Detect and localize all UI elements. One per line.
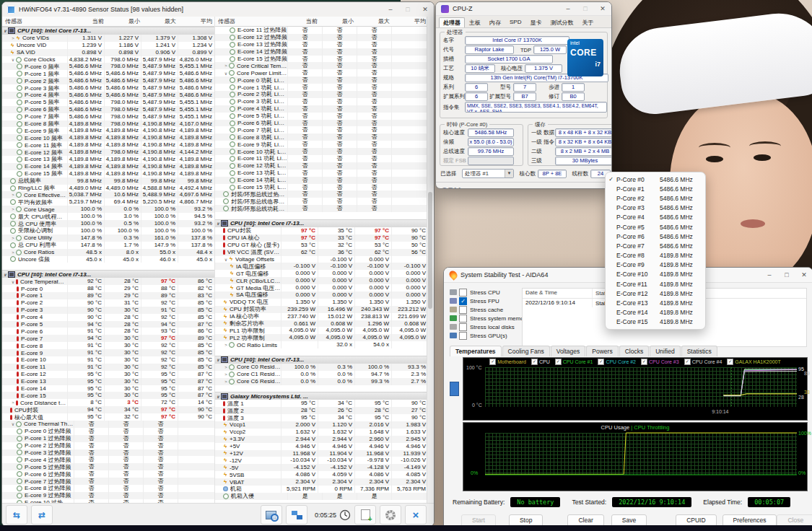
- sensor-row[interactable]: P-core 4 功耗 Limit Exc...否否否: [215, 105, 428, 113]
- datetime-column-header[interactable]: Date & Time: [523, 289, 593, 298]
- sensor-row[interactable]: E-core 8 频率4,189.8 MHz798.0 MHz4,190.8 M…: [2, 120, 214, 128]
- sensor-row[interactable]: ϟIA 核心功率237.740 W15.012 W238.813 W221.69…: [215, 313, 428, 320]
- sensor-row[interactable]: Uncore 倍频45.0 x45.0 x46.0 x45.0 x: [2, 256, 214, 263]
- sensor-row[interactable]: ∨Galaxy Microsystems Ltd. ...: [215, 392, 428, 400]
- sensor-row[interactable]: ∨Core Temperatures92 °C28 °C97 °C86 °C: [2, 278, 214, 285]
- core-menu-item[interactable]: E-Core #104189.8 MHz: [606, 270, 705, 279]
- sensor-row[interactable]: P-core 0 过热降频否否否: [2, 428, 214, 435]
- expand-arrow[interactable]: >: [10, 250, 16, 255]
- sensor-row[interactable]: P-core 794 °C30 °C97 °C89 °C: [2, 335, 214, 342]
- sensor-row[interactable]: E-core 12 过热降频否否否: [215, 34, 428, 41]
- merge-columns-button[interactable]: ⇄: [31, 505, 53, 525]
- sensor-row[interactable]: ∨CPU [#0]: Intel Core i7-13...: [215, 219, 428, 227]
- sensor-row[interactable]: E-core 9 过热降频否否否: [2, 492, 214, 499]
- sensor-row[interactable]: >Core Ratios48.5 x8.0 x55.0 x48.4 x: [2, 249, 214, 256]
- sensor-row[interactable]: ∨CPU [#0]: Intel Core i7-13...: [2, 27, 214, 35]
- legend-checkbox[interactable]: ✓: [727, 359, 733, 365]
- sensor-row[interactable]: >ϟCore VIDs1.311 V1.227 V1.379 V1.308 V: [2, 35, 214, 42]
- core-menu-item[interactable]: P-Core #35486.6 MHz: [606, 203, 705, 213]
- core-menu-item[interactable]: ✓P-Core #05486.6 MHz: [606, 175, 705, 184]
- tab-显卡[interactable]: 显卡: [525, 17, 546, 27]
- tab-SPD[interactable]: SPD: [505, 17, 525, 27]
- sensor-row[interactable]: E-core 1091 °C30 °C92 °C85 °C: [2, 356, 214, 364]
- sensor-row[interactable]: P-core 2 频率5,486.6 MHz5,486.6 MHz5,487.9…: [2, 77, 214, 84]
- sensor-row[interactable]: ∨Core Power Limit Exce...否否否: [215, 69, 428, 76]
- sensor-row[interactable]: E-core 13 功耗 Limit Ex...否否否: [215, 170, 428, 177]
- expand-arrow[interactable]: >: [10, 207, 16, 211]
- maximize-button[interactable]: □: [399, 3, 416, 16]
- column-header-avg[interactable]: 平均: [392, 17, 428, 25]
- sensor-row[interactable]: ϟVccp21.632 V1.632 V1.648 V1.633 V: [215, 429, 428, 436]
- sensor-row[interactable]: E-core 1395 °C30 °C95 °C87 °C: [2, 378, 214, 385]
- legend-checkbox[interactable]: ✓: [641, 359, 647, 365]
- scrollbar-thumb[interactable]: [428, 192, 432, 309]
- sensor-row[interactable]: >OC Ratio Limits32.0 x54.0 x: [215, 341, 428, 348]
- expand-arrow[interactable]: >: [10, 36, 16, 40]
- stress-checkbox[interactable]: [459, 332, 467, 340]
- expand-arrow[interactable]: >: [10, 193, 16, 197]
- sensor-row[interactable]: E-core 14 功耗 Limit Ex...否否否: [215, 177, 428, 184]
- sensor-row[interactable]: 机箱入侵是是是: [215, 493, 428, 500]
- sensor-row[interactable]: P-core 6 频率5,486.6 MHz798.0 MHz5,487.9 M…: [2, 106, 214, 113]
- sensor-row[interactable]: ϟ5VSB4.086 V4.059 V4.086 V4.085 V: [215, 471, 428, 478]
- sensor-row[interactable]: P-core 088 °C29 °C88 °C82 °C: [2, 285, 214, 292]
- legend-item[interactable]: ✓CPU Core #2: [598, 359, 636, 365]
- sensor-row[interactable]: ϟ剩余芯片功率0.661 W0.608 W1.296 W0.608 W: [215, 320, 428, 328]
- tab-测试分数[interactable]: 测试分数: [546, 17, 577, 27]
- close-sensors-button[interactable]: ×: [405, 505, 427, 525]
- minimize-button[interactable]: –: [761, 268, 778, 281]
- sensor-row[interactable]: 温度 195 °C34 °C95 °C90 °C: [215, 400, 428, 407]
- sensor-row[interactable]: ϟSA VID0.898 V0.898 V0.906 V0.899 V: [2, 49, 214, 56]
- sensor-row[interactable]: [215, 348, 428, 356]
- legend-item[interactable]: ✓CPU Core #1: [555, 359, 593, 365]
- close-button[interactable]: ✕: [795, 268, 812, 281]
- sensor-row[interactable]: E-core 15 过热降频否否否: [215, 56, 428, 63]
- sensor-row[interactable]: ϟVDDQ TX 电压1.350 V1.350 V1.350 V1.350 V: [215, 299, 428, 306]
- sensor-row[interactable]: E-core 10 频率4,189.8 MHz4,189.8 MHz4,190.…: [2, 134, 214, 141]
- sensor-row[interactable]: E-core 1295 °C30 °C95 °C87 °C: [2, 371, 214, 378]
- sensor-row[interactable]: [215, 212, 428, 219]
- sensor-row[interactable]: P-core 0 功耗 Limit Exc...否否否: [215, 76, 428, 84]
- sensor-row[interactable]: P-core 5 功耗 Limit Exc...否否否: [215, 113, 428, 120]
- sensor-row[interactable]: P-core 7 过热降频否否否: [2, 478, 214, 485]
- hwinfo-titlebar[interactable]: HWiNFO64 v7.31-4890 Sensor Status [98 va…: [2, 2, 434, 17]
- sensor-row[interactable]: P-core 7 频率5,486.6 MHz798.0 MHz5,487.9 M…: [2, 113, 214, 120]
- vertical-scrollbar[interactable]: [427, 17, 434, 504]
- sensor-row[interactable]: 受限核心调制100.0 %100.0 %100.0 %100.0 %: [2, 227, 214, 234]
- expand-arrow[interactable]: >: [223, 379, 229, 384]
- sensor-row[interactable]: E-core 8 过热降频否否否: [2, 485, 214, 492]
- sensor-row[interactable]: P-core 6 过热降频否否否: [2, 470, 214, 478]
- sensor-table-header[interactable]: 传感器 当前 最小 最大 平均: [2, 17, 214, 27]
- sensor-row[interactable]: E-core 15 频率4,189.8 MHz4,189.8 MHz4,190.…: [2, 170, 214, 177]
- column-header-max[interactable]: 最大: [142, 17, 178, 25]
- sensor-row[interactable]: P-core 691 °C28 °C93 °C86 °C: [2, 328, 214, 335]
- sensor-row[interactable]: ∨ϟVoltage Offsets-0.100 V0.000 V: [215, 256, 428, 263]
- sensor-row[interactable]: E-core 9 频率4,189.8 MHz4,189.8 MHz4,190.8…: [2, 127, 214, 134]
- column-header-min[interactable]: 最小: [320, 17, 356, 25]
- sensor-row[interactable]: P-core 490 °C28 °C92 °C85 °C: [2, 314, 214, 321]
- sensor-row[interactable]: [2, 263, 214, 270]
- sensor-row[interactable]: >Core Usage100.0 %0.0 %100.0 %93.2 %: [2, 206, 214, 213]
- core-menu-item[interactable]: E-Core #134189.8 MHz: [606, 298, 705, 307]
- legend-checkbox[interactable]: ✓: [598, 359, 604, 365]
- sensor-row[interactable]: E-core 14 频率4,189.8 MHz4,189.8 MHz4,190.…: [2, 163, 214, 170]
- legend-checkbox[interactable]: ✓: [531, 359, 538, 365]
- close-button[interactable]: ✕: [416, 3, 434, 16]
- sensor-row[interactable]: 总 CPU 利用率147.8 %1.7 %147.9 %137.8 %: [2, 242, 214, 249]
- sensor-row[interactable]: P-core 5 过热降频否否否: [2, 463, 214, 470]
- sensor-row[interactable]: 温度 228 °C26 °C28 °C27 °C: [215, 407, 428, 414]
- sensor-row[interactable]: ϟPL1 功率限制4,095.0 W4,095.0 W4,095.0 W4,09…: [215, 327, 428, 334]
- sensor-row[interactable]: P-core 4 过热降频否否否: [2, 456, 214, 463]
- expand-arrow[interactable]: ∨: [223, 257, 229, 262]
- tab-关于[interactable]: 关于: [577, 17, 598, 27]
- sensor-row[interactable]: P-core 3 频率5,486.6 MHz5,486.6 MHz5,487.9…: [2, 84, 214, 92]
- sensor-row[interactable]: CPU GT 核心 (显卡)53 °C32 °C53 °C50 °C: [215, 242, 428, 249]
- sensor-table-header[interactable]: 传感器 当前 最小 最大 平均: [215, 17, 428, 27]
- sensor-row[interactable]: E-core 13 过热降频否否否: [215, 41, 428, 48]
- sensor-row[interactable]: P-core 3 功耗 Limit Exc...否否否: [215, 98, 428, 105]
- legend-item[interactable]: ✓CPU: [531, 359, 550, 365]
- sensor-row[interactable]: >Core Utility147.8 %0.3 %161.0 %137.8 %: [2, 234, 214, 242]
- sensor-row[interactable]: 封装/环形总线功耗限制否否否: [215, 205, 428, 212]
- sensor-row[interactable]: E-core 12 频率4,189.8 MHz798.0 MHz4,190.8 …: [2, 149, 214, 156]
- maximize-button[interactable]: □: [577, 2, 594, 15]
